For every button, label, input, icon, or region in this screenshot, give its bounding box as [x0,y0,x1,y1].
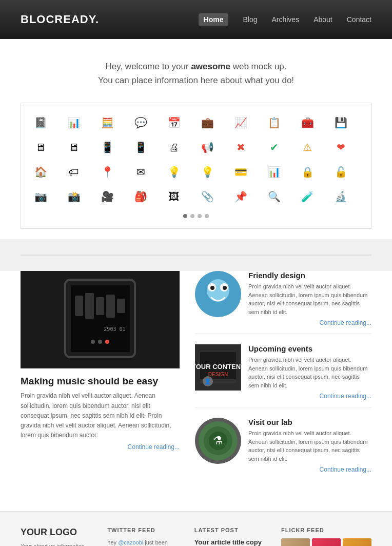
flickr-thumb-2[interactable]: 🌸 [312,538,341,546]
footer-latest-post: LATEST POST Your article title copy shou… [194,527,266,546]
main-article-continue[interactable]: Continue reading... [21,443,180,451]
section-divider [21,255,371,256]
card-text-1: Proin gravida nibh vel velit auctor aliq… [248,282,371,316]
card-title-2: Upcoming events [248,344,371,353]
card-text-2: Proin gravida nibh vel velit auctor aliq… [248,356,371,389]
icon-grid-row1: 📓 📊 🧮 💬 📅 💼 📈 📋 🧰 💾 [31,113,361,132]
latest-post-title: LATEST POST [194,527,266,533]
hero-text-2: You can place information here about wha… [21,73,371,87]
twitter-item-1: hey @cazoobi just been using WebZap, its… [107,538,179,546]
nav-archives[interactable]: Archives [271,15,299,24]
icon-carousel-wrap: 📓 📊 🧮 💬 📅 💼 📈 📋 🧰 💾 🖥 🖥 📱 📱 🖨 📢 ✖ [0,103,392,239]
icon-pin: 📌 [231,187,250,206]
carousel-dot-4[interactable] [205,214,209,218]
icon-notebook: 📓 [31,113,50,132]
footer: YOUR LOGO Your about us information woul… [0,511,392,546]
icon-calendar: 📅 [165,113,183,132]
icon-grid-row3: 🏠 🏷 📍 ✉ 💡 💡 💳 📊 🔒 🔓 [31,163,361,181]
icon-calculator: 🧮 [98,113,116,132]
flickr-thumb-1[interactable] [281,538,310,546]
icon-bag: 🎒 [131,187,150,206]
icon-floppy: 💾 [331,113,350,132]
icon-home: 🏠 [31,163,50,181]
icon-grid-row2: 🖥 🖥 📱 📱 🖨 📢 ✖ ✔ ⚠ ❤ [31,138,361,157]
flickr-thumb-3[interactable] [343,538,371,546]
svg-text:👤: 👤 [204,378,211,385]
icon-check: ✔ [265,138,283,157]
card-content-3: Visit our lab Proin gravida nibh vel vel… [248,418,371,473]
icon-list: 📋 [265,113,283,132]
footer-logo: YOUR LOGO [21,527,92,538]
icon-warning: ⚠ [298,138,317,157]
footer-twitter: TWITTER FEED hey @cazoobi just been usin… [107,527,179,546]
main-container: Hey, welcome to your awesome web mock up… [0,39,392,546]
carousel-dot-1[interactable] [183,214,187,218]
main-article-title: Making music should be easy [21,376,180,387]
svg-text:⚗: ⚗ [213,434,223,447]
icon-flask: 🔬 [331,187,350,206]
card-img-3: ⚗ [195,418,241,464]
icon-credit: 💳 [231,163,250,181]
icon-mail: ✉ [131,163,150,181]
card-text-3: Proin gravida nibh vel velit auctor aliq… [248,429,371,463]
icon-tube: 🧪 [298,187,317,206]
icon-search: 🔍 [265,187,283,206]
right-card-1: Friendly design Proin gravida nibh vel v… [195,271,371,334]
hero-section: Hey, welcome to your awesome web mock up… [0,39,392,103]
icon-announce: 📢 [198,138,217,157]
main-article-text: Proin gravida nibh vel velit auctor aliq… [21,391,180,440]
left-column: 2903 01 Making music should be easy Proi… [21,271,180,491]
icon-tag: 🏷 [65,163,83,181]
icon-camera: 📷 [31,187,50,206]
card-continue-3[interactable]: Continue reading... [248,466,371,473]
icon-lock: 🔒 [298,163,317,181]
feature-image: 2903 01 [21,271,180,368]
hero-text-1: Hey, welcome to your awesome web mock up… [21,60,371,73]
svg-text:YOUR CONTENT: YOUR CONTENT [195,363,241,371]
icon-spreadsheet: 📊 [65,113,83,132]
footer-about: YOUR LOGO Your about us information woul… [21,527,92,546]
twitter-handle-1[interactable]: @cazoobi [118,539,143,545]
carousel-dot-2[interactable] [190,214,194,218]
right-card-2: YOUR CONTENT DESIGN 👤 Upcoming events Pr… [195,344,371,407]
nav-contact[interactable]: Contact [347,15,371,24]
card-img-1 [195,271,241,317]
icon-monitor: 🖥 [31,138,50,157]
right-column: Friendly design Proin gravida nibh vel v… [195,271,371,491]
card-title-3: Visit our lab [248,418,371,426]
card-continue-2[interactable]: Continue reading... [248,393,371,400]
icon-tablet: 📱 [131,138,150,157]
icon-barchart: 📊 [265,163,283,181]
footer-flickr: FLICKR FEED 🌸 [281,527,371,546]
carousel-dots [31,212,361,218]
icon-desktop: 🖥 [65,138,83,157]
card-img-2: YOUR CONTENT DESIGN 👤 [195,344,241,391]
icon-idea: 💡 [198,163,217,181]
nav-about[interactable]: About [313,15,332,24]
icon-cross: ✖ [231,138,250,157]
flickr-title: FLICKR FEED [281,527,371,533]
icon-landscape: 🖼 [165,187,183,206]
nav-blog[interactable]: Blog [243,15,257,24]
icon-map: 📍 [98,163,116,181]
icon-printer: 🖨 [165,138,183,157]
logo: BLOCREADY. [21,13,99,26]
carousel-dot-3[interactable] [198,214,202,218]
icon-heart: ❤ [331,138,350,157]
nav-home[interactable]: Home [199,13,229,26]
post-title: Your article title copy should fit here … [194,538,266,546]
icon-carousel: 📓 📊 🧮 💬 📅 💼 📈 📋 🧰 💾 🖥 🖥 📱 📱 🖨 📢 ✖ [21,103,371,229]
icon-phone: 📱 [98,138,116,157]
svg-text:DESIGN: DESIGN [208,372,228,377]
content-area: 2903 01 Making music should be easy Proi… [0,271,392,511]
card-continue-1[interactable]: Continue reading... [248,319,371,326]
flickr-grid: 🌸 [281,538,371,546]
footer-about-text1: Your about us information would fit here… [21,542,92,546]
main-nav: Home Blog Archives About Contact [199,13,371,26]
icon-toolbox: 🧰 [298,113,317,132]
icon-chat: 💬 [131,113,150,132]
icon-video: 🎥 [98,187,116,206]
icon-grid-row4: 📷 📸 🎥 🎒 🖼 📎 📌 🔍 🧪 🔬 [31,187,361,206]
svg-point-5 [223,286,227,290]
card-title-1: Friendly design [248,271,371,280]
